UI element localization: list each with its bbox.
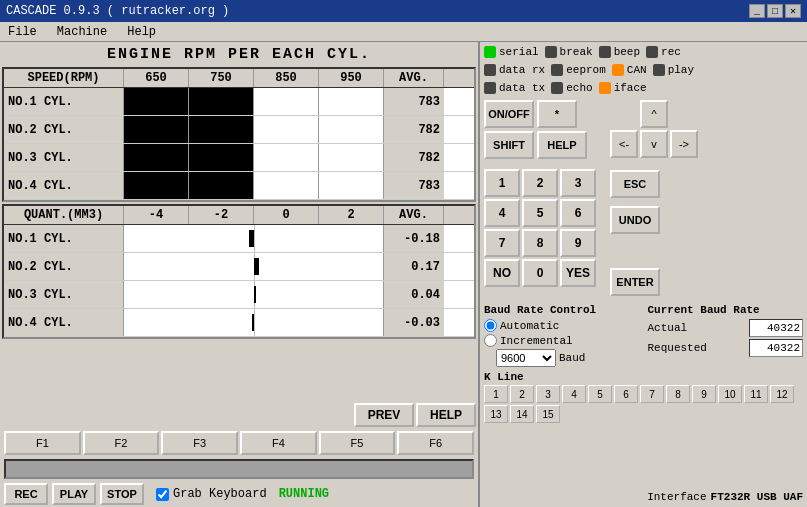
rpm-header-row: SPEED(RPM) 650 750 850 950 AVG. bbox=[4, 69, 474, 88]
led-echo-label: echo bbox=[566, 82, 592, 94]
num-9[interactable]: 9 bbox=[560, 229, 596, 257]
rec-button[interactable]: REC bbox=[4, 483, 48, 505]
kline-5[interactable]: 5 bbox=[588, 385, 612, 403]
rpm-row-2-bar-3 bbox=[254, 116, 319, 143]
num-7[interactable]: 7 bbox=[484, 229, 520, 257]
kp-help-button[interactable]: HELP bbox=[537, 131, 587, 159]
undo-button[interactable]: UNDO bbox=[610, 206, 660, 234]
automatic-radio[interactable] bbox=[484, 319, 497, 332]
baud-dropdown-row: 9600 Baud bbox=[496, 349, 640, 367]
kline-3[interactable]: 3 bbox=[536, 385, 560, 403]
led-rec-indicator bbox=[646, 46, 658, 58]
maximize-button[interactable]: □ bbox=[767, 4, 783, 18]
left-arrow[interactable]: <- bbox=[610, 130, 638, 158]
interface-value: FT232R USB UAF bbox=[711, 491, 803, 503]
up-arrow[interactable]: ^ bbox=[640, 100, 668, 128]
led-iface: iface bbox=[599, 82, 647, 94]
led-beep: beep bbox=[599, 46, 640, 58]
f2-button[interactable]: F2 bbox=[83, 431, 160, 455]
num-4[interactable]: 4 bbox=[484, 199, 520, 227]
esc-button[interactable]: ESC bbox=[610, 170, 660, 198]
kline-12[interactable]: 12 bbox=[770, 385, 794, 403]
baud-left: Baud Rate Control Automatic Incremental … bbox=[484, 304, 640, 367]
baud-title: Baud Rate Control bbox=[484, 304, 640, 316]
kline-13[interactable]: 13 bbox=[484, 405, 508, 423]
minimize-button[interactable]: _ bbox=[749, 4, 765, 18]
kline-6[interactable]: 6 bbox=[614, 385, 638, 403]
kline-7[interactable]: 7 bbox=[640, 385, 664, 403]
rpm-row-3-avg: 782 bbox=[384, 144, 444, 171]
num-3[interactable]: 3 bbox=[560, 169, 596, 197]
menu-help[interactable]: Help bbox=[123, 25, 160, 39]
f4-button[interactable]: F4 bbox=[240, 431, 317, 455]
grab-keyboard-label: Grab Keyboard bbox=[173, 487, 267, 501]
num-5[interactable]: 5 bbox=[522, 199, 558, 227]
kline-2[interactable]: 2 bbox=[510, 385, 534, 403]
incremental-radio[interactable] bbox=[484, 334, 497, 347]
led-serial-indicator bbox=[484, 46, 496, 58]
actual-value: 40322 bbox=[749, 319, 803, 337]
actual-baud-row: Actual 40322 bbox=[648, 319, 804, 337]
led-data-tx: data tx bbox=[484, 82, 545, 94]
kline-9[interactable]: 9 bbox=[692, 385, 716, 403]
chart-title: ENGINE RPM PER EACH CYL. bbox=[0, 42, 478, 67]
menu-file[interactable]: File bbox=[4, 25, 41, 39]
led-serial-label: serial bbox=[499, 46, 539, 58]
kline-10[interactable]: 10 bbox=[718, 385, 742, 403]
quant-row-3: NO.3 CYL. 0.04 bbox=[4, 281, 474, 309]
led-can-label: CAN bbox=[627, 64, 647, 76]
quant-row-4-avg: -0.03 bbox=[384, 309, 444, 336]
kline-4[interactable]: 4 bbox=[562, 385, 586, 403]
grab-keyboard-checkbox[interactable] bbox=[156, 488, 169, 501]
num-6[interactable]: 6 bbox=[560, 199, 596, 227]
f5-button[interactable]: F5 bbox=[319, 431, 396, 455]
kline-1[interactable]: 1 bbox=[484, 385, 508, 403]
requested-value: 40322 bbox=[749, 339, 803, 357]
onoff-button[interactable]: ON/OFF bbox=[484, 100, 534, 128]
prev-help-row: PREV HELP bbox=[0, 401, 478, 429]
baud-select[interactable]: 9600 bbox=[496, 349, 556, 367]
num-8[interactable]: 8 bbox=[522, 229, 558, 257]
keypad-section: ON/OFF * SHIFT HELP 1 2 3 4 5 6 7 8 bbox=[484, 100, 803, 296]
no-button[interactable]: NO bbox=[484, 259, 520, 287]
play-button[interactable]: PLAY bbox=[52, 483, 96, 505]
automatic-radio-row: Automatic bbox=[484, 319, 640, 332]
kline-11[interactable]: 11 bbox=[744, 385, 768, 403]
window-title: CASCADE 0.9.3 ( rutracker.org ) bbox=[6, 4, 229, 18]
kline-8[interactable]: 8 bbox=[666, 385, 690, 403]
num-0[interactable]: 0 bbox=[522, 259, 558, 287]
close-button[interactable]: ✕ bbox=[785, 4, 801, 18]
down-arrow[interactable]: v bbox=[640, 130, 668, 158]
f6-button[interactable]: F6 bbox=[397, 431, 474, 455]
quant-row-2: NO.2 CYL. 0.17 bbox=[4, 253, 474, 281]
arrow-pad: ^ <- v -> bbox=[610, 100, 698, 158]
led-play-label: play bbox=[668, 64, 694, 76]
f1-button[interactable]: F1 bbox=[4, 431, 81, 455]
star-button[interactable]: * bbox=[537, 100, 577, 128]
led-break-label: break bbox=[560, 46, 593, 58]
right-arrow[interactable]: -> bbox=[670, 130, 698, 158]
led-beep-indicator bbox=[599, 46, 611, 58]
rpm-row-3-bar-1 bbox=[124, 144, 189, 171]
led-rec-label: rec bbox=[661, 46, 681, 58]
help-button[interactable]: HELP bbox=[416, 403, 476, 427]
menu-machine[interactable]: Machine bbox=[53, 25, 111, 39]
prev-button[interactable]: PREV bbox=[354, 403, 414, 427]
led-serial: serial bbox=[484, 46, 539, 58]
kline-15[interactable]: 15 bbox=[536, 405, 560, 423]
current-baud-title: Current Baud Rate bbox=[648, 304, 804, 316]
num-1[interactable]: 1 bbox=[484, 169, 520, 197]
quant-header-row: QUANT.(MM3) -4 -2 0 2 AVG. bbox=[4, 206, 474, 225]
interface-label: Interface bbox=[647, 491, 706, 503]
kline-14[interactable]: 14 bbox=[510, 405, 534, 423]
yes-button[interactable]: YES bbox=[560, 259, 596, 287]
enter-button[interactable]: ENTER bbox=[610, 268, 660, 296]
stop-button[interactable]: STOP bbox=[100, 483, 144, 505]
shift-button[interactable]: SHIFT bbox=[484, 131, 534, 159]
f3-button[interactable]: F3 bbox=[161, 431, 238, 455]
num-2[interactable]: 2 bbox=[522, 169, 558, 197]
quant-row-4: NO.4 CYL. -0.03 bbox=[4, 309, 474, 337]
rpm-row-1-bar-1 bbox=[124, 88, 189, 115]
led-indicators-2: data rx eeprom CAN play bbox=[484, 64, 803, 76]
rpm-row-4: NO.4 CYL. 783 bbox=[4, 172, 474, 200]
